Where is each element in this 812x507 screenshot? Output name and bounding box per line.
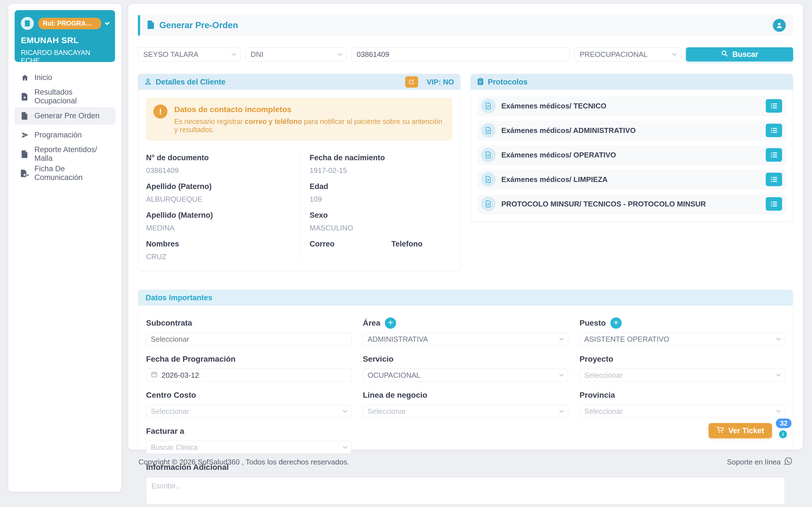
linea-negocio-label: Linea de negocio bbox=[363, 389, 568, 401]
centro-costo-select[interactable]: Seleccionar bbox=[146, 405, 352, 418]
add-area-button[interactable] bbox=[385, 318, 396, 329]
edad-value: 109 bbox=[310, 195, 452, 204]
protocol-detail-button[interactable] bbox=[766, 148, 782, 162]
protocol-row: Exámenes médicos/ TECNICO bbox=[478, 97, 785, 115]
fecha-programacion-field: Fecha de Programación 2026-03-12 bbox=[146, 353, 352, 382]
client-card-header: Detalles del Cliente VIP: NO bbox=[138, 74, 460, 90]
puesto-select-value: ASISTENTE OPERATIVO bbox=[584, 335, 669, 344]
fecha-programacion-picker[interactable]: 2026-03-12 bbox=[146, 369, 352, 382]
sidebar-item-reporte-atentidos[interactable]: Reporte Atentidos/ Malla bbox=[14, 145, 116, 163]
puesto-field: Puesto ASISTENTE OPERATIVO bbox=[579, 317, 785, 346]
protocol-row: Exámenes médicos/ ADMINISTRATIVO bbox=[478, 121, 785, 140]
file-icon bbox=[481, 172, 496, 187]
ver-ticket-label: Ver Ticket bbox=[728, 427, 764, 435]
servicio-select[interactable]: OCUPACIONAL bbox=[363, 369, 568, 382]
subcontrata-input-wrap bbox=[146, 333, 352, 346]
protocol-label: Exámenes médicos/ TECNICO bbox=[501, 102, 606, 110]
home-icon bbox=[21, 74, 29, 81]
area-label: Área bbox=[363, 319, 380, 328]
doc-type-select-value: DNI bbox=[251, 50, 263, 59]
fecha-nacimiento-label: Fecha de nacimiento bbox=[310, 154, 452, 162]
ver-ticket-button[interactable]: Ver Ticket bbox=[709, 423, 772, 438]
list-icon bbox=[770, 127, 777, 134]
cart-icon bbox=[716, 426, 724, 436]
sidebar-item-programacion[interactable]: Programación bbox=[14, 126, 116, 144]
facturar-select[interactable]: Buscar Clinica bbox=[146, 441, 352, 454]
protocol-detail-button[interactable] bbox=[766, 99, 782, 113]
linea-negocio-select[interactable]: Seleccionar bbox=[363, 405, 568, 418]
page-header: Generar Pre-Orden bbox=[138, 15, 793, 36]
chevron-down-icon bbox=[559, 408, 564, 413]
subcontrata-input[interactable] bbox=[151, 335, 347, 344]
edit-client-button[interactable] bbox=[405, 76, 418, 88]
sidebar-item-label: Inicio bbox=[35, 73, 52, 82]
add-puesto-button[interactable] bbox=[610, 318, 622, 329]
person-icon bbox=[144, 78, 152, 86]
company-logo-icon bbox=[21, 17, 34, 30]
exam-type-select[interactable]: PREOCUPACIONAL bbox=[574, 47, 681, 61]
company-name: EMUNAH SRL bbox=[21, 36, 109, 45]
buscar-button-label: Buscar bbox=[732, 50, 758, 59]
sidebar-item-generar-pre-orden[interactable]: Generar Pre Orden bbox=[14, 107, 116, 124]
user-name: RICARDO BANCAYAN ECHE bbox=[21, 49, 109, 64]
sidebar-item-ficha-comunicacion[interactable]: Ficha De Comunicación bbox=[14, 165, 116, 182]
apellido-paterno-value: ALBURQUEQUE bbox=[146, 195, 289, 204]
file-medical-icon bbox=[21, 93, 29, 101]
buscar-button[interactable]: Buscar bbox=[686, 47, 793, 61]
chevron-down-icon[interactable] bbox=[105, 20, 110, 25]
proyecto-field: Proyecto Seleccionar bbox=[579, 353, 785, 382]
provincia-field: Provincia Seleccionar bbox=[579, 389, 785, 418]
protocols-list: Exámenes médicos/ TECNICO Exámenes médic… bbox=[471, 90, 793, 221]
proyecto-select[interactable]: Seleccionar bbox=[579, 369, 785, 382]
clipboard-icon bbox=[477, 78, 484, 86]
provincia-placeholder: Seleccionar bbox=[584, 407, 622, 416]
page-title: Generar Pre-Orden bbox=[159, 20, 238, 31]
list-icon bbox=[770, 176, 777, 183]
ticket-count-badge: 32 bbox=[776, 418, 792, 428]
sidebar: Rol: PROGRAMADOR,... EMUNAH SRL RICARDO … bbox=[8, 4, 121, 492]
doc-number-value: 03861409 bbox=[146, 166, 289, 175]
proyecto-label: Proyecto bbox=[579, 353, 785, 365]
sidebar-item-label: Ficha De Comunicación bbox=[35, 165, 109, 182]
sede-select[interactable]: SEYSO TALARA bbox=[138, 47, 241, 61]
info-icon[interactable] bbox=[779, 431, 787, 438]
datos-importantes-section: Datos Importantes Subcontrata Área ADMIN… bbox=[138, 290, 793, 507]
nombres-label: Nombres bbox=[146, 240, 289, 248]
file-icon bbox=[481, 148, 496, 162]
protocol-detail-button[interactable] bbox=[766, 124, 782, 137]
protocol-label: Exámenes médicos/ ADMINISTRATIVO bbox=[501, 126, 636, 135]
sede-select-value: SEYSO TALARA bbox=[143, 50, 199, 59]
search-bar: SEYSO TALARA DNI PREOCUPACIONAL bbox=[138, 47, 793, 61]
edit-icon bbox=[409, 78, 415, 86]
servicio-select-value: OCUPACIONAL bbox=[368, 371, 420, 380]
protocol-label: PROTOCOLO MINSUR/ TECNICOS - PROTOCOLO M… bbox=[501, 200, 706, 209]
sidebar-profile-card: Rol: PROGRAMADOR,... EMUNAH SRL RICARDO … bbox=[15, 10, 115, 62]
sexo-label: Sexo bbox=[310, 211, 452, 220]
chevron-down-icon bbox=[232, 51, 236, 56]
edad-label: Edad bbox=[310, 182, 452, 191]
chevron-down-icon bbox=[343, 408, 347, 413]
list-icon bbox=[770, 103, 777, 109]
chevron-down-icon bbox=[776, 408, 781, 413]
sidebar-item-inicio[interactable]: Inicio bbox=[14, 69, 116, 86]
sidebar-item-resultados-ocupacional[interactable]: Resultados Ocupacional bbox=[14, 88, 116, 105]
datos-importantes-header: Datos Importantes bbox=[138, 290, 793, 305]
apellido-materno-label: Apellido (Materno) bbox=[146, 211, 289, 220]
paper-plane-icon bbox=[21, 131, 29, 139]
chevron-down-icon bbox=[559, 336, 564, 341]
protocol-detail-button[interactable] bbox=[766, 173, 782, 186]
file-export-icon bbox=[21, 170, 29, 177]
file-icon bbox=[481, 196, 496, 211]
doc-type-select[interactable]: DNI bbox=[245, 47, 347, 61]
provincia-select[interactable]: Seleccionar bbox=[579, 405, 785, 418]
doc-number-input[interactable] bbox=[357, 50, 564, 59]
fecha-nacimiento-value: 1917-02-15 bbox=[310, 166, 452, 175]
informacion-adicional-textarea[interactable] bbox=[146, 477, 785, 504]
area-select[interactable]: ADMINISTRATIVA bbox=[363, 333, 568, 346]
fecha-programacion-value: 2026-03-12 bbox=[161, 371, 199, 380]
puesto-select[interactable]: ASISTENTE OPERATIVO bbox=[579, 333, 785, 346]
doc-number-field bbox=[351, 47, 570, 61]
protocol-detail-button[interactable] bbox=[766, 197, 782, 211]
user-avatar[interactable] bbox=[773, 19, 786, 32]
chevron-down-icon bbox=[776, 372, 781, 377]
